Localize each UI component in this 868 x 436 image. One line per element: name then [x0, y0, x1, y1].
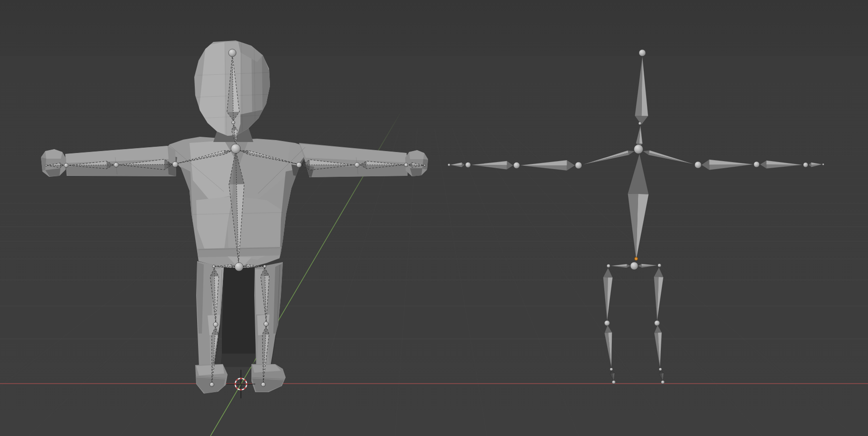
blender-3d-viewport[interactable]	[0, 0, 868, 436]
char-joint-chest[interactable]	[231, 144, 240, 153]
skeleton-joint-head-top[interactable]	[639, 50, 646, 56]
mesh-shoe-left-top[interactable]	[196, 365, 224, 375]
skeleton-joint-hand-tip-r[interactable]	[822, 163, 824, 165]
char-joint-knee-l[interactable]	[213, 322, 218, 327]
skeleton-joint-neck-base[interactable]	[639, 122, 641, 125]
char-joint-hand-tip-r[interactable]	[424, 164, 426, 166]
char-joint-chin[interactable]	[232, 121, 235, 124]
skeleton-joint-ankle-l[interactable]	[610, 368, 613, 371]
skeleton-joint-pelvis[interactable]	[630, 262, 638, 270]
char-joint-wrist-l[interactable]	[64, 163, 69, 168]
char-joint-head-top[interactable]	[229, 49, 236, 57]
char-joint-ankle-l[interactable]	[210, 383, 214, 387]
skeleton-joint-foot-tip-l[interactable]	[612, 381, 616, 384]
char-joint-elbow-l[interactable]	[114, 162, 119, 167]
skeleton-joint-shoulder-r[interactable]	[695, 162, 701, 168]
char-joint-hand-tip-l[interactable]	[45, 164, 47, 166]
skeleton-joint-foot-tip-r[interactable]	[661, 381, 665, 384]
char-joint-elbow-r[interactable]	[355, 162, 359, 167]
skeleton-origin-dot	[635, 257, 638, 261]
skeleton-joint-shoulder-l[interactable]	[575, 162, 582, 169]
skeleton-joint-elbow-l[interactable]	[514, 162, 520, 169]
mesh-leg-gap[interactable]	[222, 268, 256, 354]
skeleton-joint-wrist-r[interactable]	[803, 162, 808, 167]
skeleton-joint-knee-r[interactable]	[655, 321, 660, 326]
skeleton-joint-hand-tip-l[interactable]	[448, 164, 450, 166]
viewport-3d[interactable]	[0, 0, 868, 436]
skeleton-joint-knee-l[interactable]	[605, 321, 610, 326]
char-joint-wrist-r[interactable]	[404, 163, 408, 167]
char-joint-pelvis[interactable]	[235, 263, 243, 271]
skeleton-joint-hip-l[interactable]	[607, 264, 610, 268]
skeleton-joint-chest[interactable]	[634, 145, 643, 154]
skeleton-joint-wrist-l[interactable]	[466, 162, 471, 168]
char-joint-shoulder-l[interactable]	[172, 162, 178, 167]
char-joint-hip-l[interactable]	[212, 265, 215, 268]
char-joint-ankle-r[interactable]	[261, 383, 266, 387]
skeleton-joint-ankle-r[interactable]	[659, 368, 662, 371]
char-joint-knee-r[interactable]	[264, 322, 269, 326]
char-joint-hip-r[interactable]	[263, 265, 266, 268]
char-joint-shoulder-r[interactable]	[297, 162, 302, 168]
mesh-leg-gap-lower[interactable]	[220, 354, 255, 367]
skeleton-joint-hip-r[interactable]	[658, 264, 661, 267]
skeleton-joint-elbow-r[interactable]	[754, 162, 759, 167]
viewport-background	[0, 0, 868, 436]
